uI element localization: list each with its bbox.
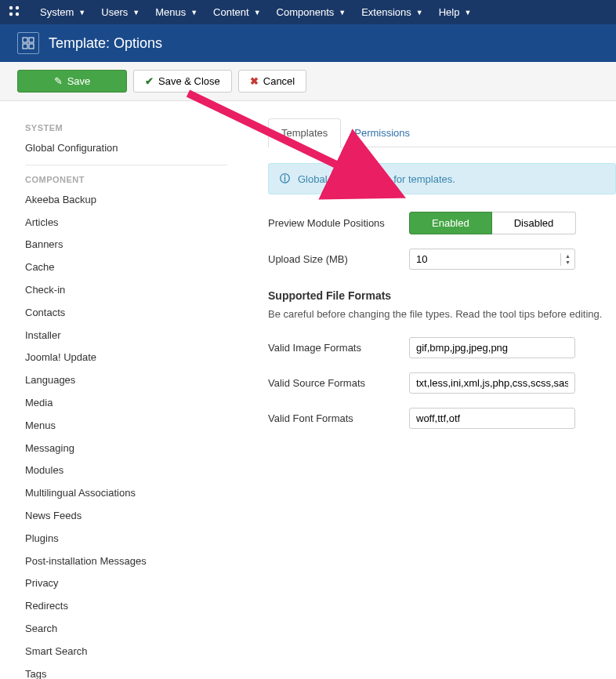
sidebar-item-search[interactable]: Search (17, 618, 235, 641)
sidebar-item-contacts[interactable]: Contacts (17, 302, 235, 325)
title-bar: Template: Options (0, 24, 616, 62)
sidebar-item-languages[interactable]: Languages (17, 369, 235, 392)
upload-size-input-wrap: ▲▼ (409, 249, 575, 270)
sidebar-item-articles[interactable]: Articles (17, 212, 235, 234)
topnav-item-system[interactable]: System▼ (32, 6, 93, 18)
sidebar-item-joomla-update[interactable]: Joomla! Update (17, 347, 235, 369)
valid-font-input[interactable] (409, 408, 575, 429)
row-upload-size: Upload Size (MB) ▲▼ (268, 249, 616, 270)
row-valid-source: Valid Source Formats (268, 372, 616, 394)
sidebar-heading-system: SYSTEM (17, 118, 235, 137)
row-valid-font: Valid Font Formats (268, 408, 616, 429)
valid-source-input[interactable] (409, 372, 575, 394)
top-nav: System▼Users▼Menus▼Content▼Components▼Ex… (0, 0, 616, 24)
caret-down-icon: ▼ (254, 9, 261, 16)
spin-down-icon[interactable]: ▼ (561, 260, 574, 266)
sidebar-item-tags[interactable]: Tags (17, 663, 235, 679)
topnav-item-users[interactable]: Users▼ (93, 6, 147, 18)
topnav-item-extensions[interactable]: Extensions▼ (353, 6, 431, 18)
info-icon: ⓘ (280, 172, 290, 186)
caret-down-icon: ▼ (464, 9, 471, 16)
svg-rect-7 (29, 44, 34, 49)
sidebar-item-plugins[interactable]: Plugins (17, 528, 235, 550)
content-area: Templates Permissions ⓘ Global Configura… (235, 118, 616, 679)
caret-down-icon: ▼ (339, 9, 346, 16)
tab-permissions[interactable]: Permissions (341, 118, 423, 147)
sidebar-item-news-feeds[interactable]: News Feeds (17, 505, 235, 528)
page-title: Template: Options (49, 35, 162, 52)
svg-point-0 (9, 6, 13, 9)
enabled-button[interactable]: Enabled (409, 212, 492, 234)
spin-up-icon[interactable]: ▲ (561, 253, 574, 260)
valid-source-label: Valid Source Formats (268, 377, 409, 389)
info-text: Global Configuration for templates. (298, 173, 455, 185)
svg-point-3 (16, 13, 19, 16)
sidebar-item-global-configuration[interactable]: Global Configuration (17, 137, 235, 160)
save-close-button[interactable]: ✔ Save & Close (133, 70, 232, 93)
valid-image-label: Valid Image Formats (268, 342, 409, 354)
preview-toggle: Enabled Disabled (409, 212, 576, 234)
valid-font-label: Valid Font Formats (268, 412, 409, 424)
caret-down-icon: ▼ (416, 9, 423, 16)
tab-templates[interactable]: Templates (268, 118, 341, 147)
toolbar: ✎ Save ✔ Save & Close ✖ Cancel (0, 62, 616, 101)
supported-formats-heading: Supported File Formats (268, 289, 616, 302)
caret-down-icon: ▼ (78, 9, 85, 16)
preview-label: Preview Module Positions (268, 217, 409, 229)
cancel-button[interactable]: ✖ Cancel (238, 70, 306, 93)
sidebar-heading-component: COMPONENT (17, 170, 235, 189)
sidebar-item-multilingual-associations[interactable]: Multilingual Associations (17, 482, 235, 505)
sidebar-item-redirects[interactable]: Redirects (17, 595, 235, 618)
topnav-item-content[interactable]: Content▼ (205, 6, 268, 18)
topnav-item-help[interactable]: Help▼ (431, 6, 480, 18)
check-icon: ✔ (145, 75, 154, 87)
sidebar-divider (25, 165, 227, 165)
sidebar-item-post-installation-messages[interactable]: Post-installation Messages (17, 550, 235, 573)
svg-rect-4 (23, 38, 27, 42)
caret-down-icon: ▼ (190, 9, 197, 16)
joomla-logo-icon[interactable] (8, 5, 20, 20)
svg-rect-6 (23, 44, 27, 49)
sidebar-item-banners[interactable]: Banners (17, 234, 235, 256)
cancel-icon: ✖ (250, 75, 259, 87)
sidebar-item-privacy[interactable]: Privacy (17, 572, 235, 595)
sidebar-item-media[interactable]: Media (17, 392, 235, 415)
svg-point-2 (9, 13, 13, 16)
caret-down-icon: ▼ (132, 9, 140, 16)
number-spinner[interactable]: ▲▼ (560, 253, 574, 266)
valid-image-input[interactable] (409, 337, 575, 358)
topnav-item-components[interactable]: Components▼ (269, 6, 354, 18)
sidebar-item-installer[interactable]: Installer (17, 325, 235, 347)
sidebar: SYSTEM Global Configuration COMPONENT Ak… (17, 118, 235, 679)
row-valid-image: Valid Image Formats (268, 337, 616, 358)
topnav-item-menus[interactable]: Menus▼ (147, 6, 205, 18)
template-options-icon (17, 32, 39, 54)
upload-label: Upload Size (MB) (268, 253, 409, 265)
upload-size-input[interactable] (410, 249, 560, 269)
svg-rect-5 (29, 38, 34, 42)
sidebar-item-check-in[interactable]: Check-in (17, 279, 235, 302)
sidebar-item-smart-search[interactable]: Smart Search (17, 641, 235, 663)
supported-formats-sub: Be careful before changing the file type… (268, 308, 616, 320)
main-area: SYSTEM Global Configuration COMPONENT Ak… (0, 101, 616, 679)
tabs: Templates Permissions (268, 118, 616, 147)
disabled-button[interactable]: Disabled (492, 212, 577, 234)
sidebar-item-cache[interactable]: Cache (17, 256, 235, 279)
info-box: ⓘ Global Configuration for templates. (268, 163, 616, 194)
row-preview-positions: Preview Module Positions Enabled Disable… (268, 212, 616, 234)
sidebar-item-messaging[interactable]: Messaging (17, 438, 235, 460)
sidebar-item-menus[interactable]: Menus (17, 415, 235, 438)
sidebar-item-akeeba-backup[interactable]: Akeeba Backup (17, 189, 235, 212)
save-icon: ✎ (54, 75, 63, 87)
sidebar-item-modules[interactable]: Modules (17, 459, 235, 482)
svg-point-1 (16, 6, 19, 9)
save-button[interactable]: ✎ Save (17, 70, 127, 93)
